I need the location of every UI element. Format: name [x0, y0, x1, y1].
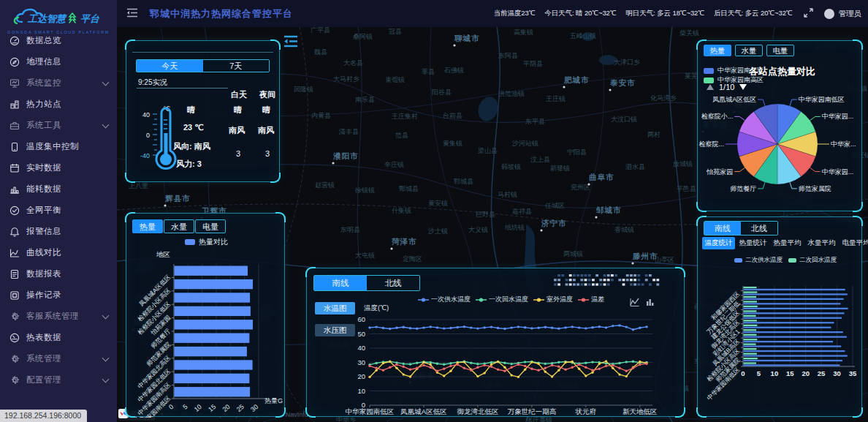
svg-text:50: 50: [357, 330, 365, 338]
svg-text:五峰山镇: 五峰山镇: [570, 32, 596, 39]
svg-text:什集镇: 什集镇: [392, 207, 411, 214]
sidebar-item-16[interactable]: 系统管理: [0, 348, 117, 369]
svg-text:凤凰城A区低区: 凤凰城A区低区: [400, 407, 446, 415]
gear-icon: [9, 375, 20, 385]
svg-text:平阴县: 平阴县: [523, 60, 543, 67]
svg-text:南乐县: 南乐县: [355, 96, 375, 103]
svg-text:10: 10: [357, 387, 365, 395]
svg-text:宁阳县: 宁阳县: [567, 148, 587, 156]
fullscreen-icon[interactable]: [804, 8, 813, 19]
svg-text:20: 20: [802, 369, 810, 377]
svg-text:肥城市: 肥城市: [563, 75, 590, 84]
page-title: 郓城中润热力热网综合管控平台: [150, 7, 293, 20]
svg-text:嘉祥县: 嘉祥县: [512, 208, 532, 215]
sidebar-item-label: 热表数据: [26, 332, 61, 343]
legend-swatch: [704, 68, 714, 74]
sidebar-item-label: 数据总览: [26, 35, 61, 46]
weather-underline: [137, 88, 228, 88]
sidebar-item-9[interactable]: 全网平衡: [0, 200, 117, 221]
svg-text:东明县: 东明县: [340, 226, 360, 233]
sidebar-item-label: 配置管理: [26, 374, 61, 385]
svg-text:东阿县: 东阿县: [498, 52, 518, 59]
dayafter-weather: 后日天气: 多云 20℃~32℃: [714, 9, 793, 18]
app-root: 工达智慧 平台 GONGDA SMART CLOUD PLATFORM 数据总览…: [0, 0, 868, 422]
gear-icon: [9, 354, 20, 364]
sidebar-item-17[interactable]: 配置管理: [0, 369, 117, 391]
sidebar-item-11[interactable]: 曲线对比: [0, 242, 117, 263]
svg-text:0: 0: [167, 403, 175, 411]
svg-text:马村镇: 马村镇: [498, 191, 517, 198]
svg-text:邹城市: 邹城市: [595, 206, 622, 214]
svg-text:30: 30: [357, 358, 365, 366]
heat-bar-panel: 热量 水量 电量 热量对比 凤凰城A区低区检察院小区高区检察院小区低区怡苑家园师…: [126, 213, 285, 417]
temperature-line-chart[interactable]: 0102030405060温度(℃)中华家园南低区凤凰城A区低区御龙湾北低区万象…: [307, 268, 685, 418]
svg-text:放城镇: 放城镇: [673, 160, 693, 167]
sidebar-item-label: 实时数据: [26, 162, 61, 173]
svg-text:沙河站镇: 沙河站镇: [511, 140, 538, 147]
svg-text:广平县: 广平县: [311, 27, 330, 34]
tab-power[interactable]: 电量: [766, 45, 794, 56]
chevron-down-icon: [102, 312, 110, 319]
svg-text:辉县市: 辉县市: [164, 194, 191, 203]
tab-water[interactable]: 水量: [735, 45, 763, 56]
svg-text:济宁市: 济宁市: [541, 219, 567, 227]
pie-chart[interactable]: 中华家园南低区中华家园...中华家...中华家园...师范家属院师范餐厅怡苑家园…: [698, 92, 863, 212]
gear-icon: [9, 312, 20, 322]
sidebar-item-14[interactable]: 客服系统管理: [0, 306, 117, 327]
page-up-icon[interactable]: [707, 84, 714, 90]
avatar[interactable]: [824, 9, 834, 19]
chevron-down-icon: [102, 375, 110, 383]
sidebar-item-label: 能耗数据: [26, 184, 61, 195]
svg-text:洪范池镇: 洪范池镇: [498, 90, 525, 97]
svg-text:-40: -40: [140, 152, 150, 159]
svg-text:王庄集村: 王庄集村: [392, 113, 418, 120]
night-force: 3: [265, 149, 270, 158]
svg-text:沙土镇: 沙土镇: [427, 227, 448, 235]
svg-text:平台: 平台: [80, 13, 100, 24]
sidebar-item-12[interactable]: 数据报表: [0, 263, 117, 285]
svg-text:新驿镇: 新驿镇: [550, 165, 570, 172]
sidebar-item-label: 报警信息: [26, 226, 61, 237]
sidebar-item-2[interactable]: 地理信息: [0, 51, 117, 72]
user-name: 管理员: [839, 9, 862, 19]
svg-text:内黄县: 内黄县: [311, 112, 331, 119]
collapse-menu-icon[interactable]: [126, 7, 138, 20]
svg-text:梁山县: 梁山县: [478, 147, 498, 154]
status-url: 192.168.254.196:8000: [0, 410, 87, 422]
page-down-icon[interactable]: [739, 84, 747, 90]
col-night-header: 夜间: [259, 89, 275, 100]
svg-text:清丰县: 清丰县: [338, 128, 359, 135]
night-condition: 晴: [262, 105, 270, 116]
sidebar-item-3[interactable]: 系统监控: [0, 72, 117, 94]
sidebar-item-15[interactable]: 热表数据: [0, 327, 117, 348]
sidebar-item-6[interactable]: 温度集中控制: [0, 136, 117, 157]
pie-tabs: 热量 水量 电量: [704, 45, 798, 56]
sidebar-item-label: 曲线对比: [26, 247, 61, 258]
sidebar-item-8[interactable]: 能耗数据: [0, 178, 117, 200]
svg-text:王庄镇: 王庄镇: [546, 95, 566, 102]
chevron-down-icon: [102, 121, 110, 128]
sidebar-item-4[interactable]: 热力站点: [0, 94, 117, 115]
svg-text:郓城县: 郓城县: [454, 178, 473, 185]
svg-text:韩坡镇: 韩坡镇: [501, 163, 521, 170]
heat-bar-chart[interactable]: 凤凰城A区低区检察院小区高区检察院小区低区怡苑家园师范餐厅师范家属院中华家园北高…: [126, 214, 286, 418]
sidebar-item-7[interactable]: 实时数据: [0, 157, 117, 178]
svg-text:聊城市: 聊城市: [454, 34, 480, 42]
sidebar-item-1[interactable]: 数据总览: [0, 30, 117, 51]
chevron-down-icon: [102, 78, 110, 86]
tab-heat[interactable]: 热量: [704, 45, 731, 56]
tab-today[interactable]: 今天: [137, 60, 203, 72]
sidebar-item-13[interactable]: 操作记录: [0, 285, 117, 306]
sidebar-item-label: 地理信息: [26, 56, 61, 67]
svg-text:中华家园...: 中华家园...: [822, 168, 854, 176]
tab-7days[interactable]: 7天: [203, 60, 270, 72]
compass-icon: [9, 57, 20, 67]
sidebar: 工达智慧 平台 GONGDA SMART CLOUD PLATFORM 数据总览…: [0, 0, 117, 422]
sidebar-item-5[interactable]: 系统工具: [0, 115, 117, 136]
realtime-icon: [9, 163, 20, 173]
svg-text:凤凰城A区低区: 凤凰城A区低区: [712, 96, 756, 103]
svg-text:状元府: 状元府: [575, 407, 597, 415]
svg-text:桑阿镇: 桑阿镇: [353, 33, 373, 40]
sidebar-item-10[interactable]: 报警信息: [0, 221, 117, 242]
secondary-temp-bar-chart[interactable]: 和馨家园西区万象世纪二期低建龙公馆低区御龙湾北高区彩虹湾小区1凤凰城B高区检察院…: [698, 217, 863, 418]
